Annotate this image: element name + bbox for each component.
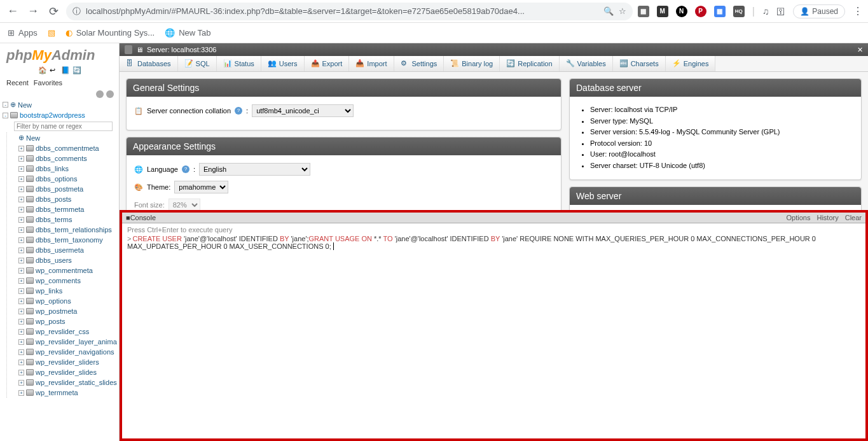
table-node[interactable]: +wp_posts (18, 316, 119, 326)
table-node[interactable]: +wp_comments (18, 276, 119, 286)
key-icon[interactable]: ⚿ (776, 6, 785, 17)
table-node[interactable]: +dbbs_posts (18, 194, 119, 204)
tab-import[interactable]: 📥Import (349, 56, 394, 71)
table-node[interactable]: +wp_revslider_static_slides (18, 377, 119, 388)
expand-icon[interactable]: + (18, 248, 24, 253)
home-icon[interactable]: 🏠 (38, 66, 47, 75)
expand-icon[interactable]: + (18, 309, 24, 314)
menu-icon[interactable]: ⋮ (853, 5, 863, 17)
tab-settings[interactable]: ⚙Settings (394, 56, 444, 71)
table-node[interactable]: +dbbs_term_relationships (18, 225, 119, 235)
tab-databases[interactable]: 🗄Databases (120, 56, 178, 71)
bookmark-item[interactable]: ▧ (48, 28, 55, 38)
table-node[interactable]: +dbbs_termmeta (18, 204, 119, 214)
table-node[interactable]: +wp_revslider_css (18, 326, 119, 337)
help-icon[interactable]: ? (182, 165, 189, 173)
tab-users[interactable]: 👥Users (261, 56, 305, 71)
tab-binary-log[interactable]: 📜Binary log (444, 56, 500, 71)
ext-icon-1[interactable]: ▦ (638, 6, 649, 17)
table-node[interactable]: +wp_termmeta (18, 388, 119, 398)
logout-icon[interactable]: ↩ (50, 66, 59, 75)
expand-icon[interactable]: + (18, 298, 24, 304)
expand-icon[interactable]: + (18, 176, 24, 182)
console-clear-link[interactable]: Clear (845, 214, 862, 221)
newtab-bookmark[interactable]: 🌐New Tab (165, 28, 210, 38)
expand-icon[interactable]: + (18, 390, 24, 396)
expand-icon[interactable]: + (18, 278, 24, 284)
console-options-link[interactable]: Options (787, 214, 811, 221)
table-node[interactable]: +wp_revslider_navigations (18, 347, 119, 357)
minus-icon[interactable]: - (3, 113, 8, 118)
phpmyadmin-logo[interactable]: phpMyAdmin (0, 43, 119, 65)
expand-icon[interactable]: + (18, 360, 24, 365)
back-button[interactable]: ← (5, 4, 20, 19)
table-node[interactable]: +wp_revslider_slides (18, 367, 119, 377)
table-node[interactable]: +wp_revslider_sliders (18, 357, 119, 367)
tab-status[interactable]: 📊Status (217, 56, 261, 71)
table-node[interactable]: +wp_options (18, 296, 119, 306)
tab-replication[interactable]: 🔄Replication (500, 56, 559, 71)
collapse-sidebar-button[interactable] (125, 45, 132, 54)
tab-export[interactable]: 📤Export (305, 56, 350, 71)
console-history-link[interactable]: History (816, 214, 838, 221)
expand-icon[interactable]: + (18, 207, 24, 213)
table-node[interactable]: +dbbs_comments (18, 153, 119, 164)
database-node[interactable]: -bootstrap2wordpress (3, 110, 119, 120)
unlink-icon[interactable] (106, 90, 114, 98)
new-db-link[interactable]: -⊕New (3, 99, 119, 110)
expand-icon[interactable]: + (18, 166, 24, 172)
apps-bookmark[interactable]: ⊞Apps (8, 28, 38, 38)
forward-button[interactable]: → (25, 4, 41, 19)
tab-sql[interactable]: 📝SQL (178, 56, 217, 71)
table-node[interactable]: +dbbs_term_taxonomy (18, 235, 119, 245)
ext-icon-n[interactable]: N (676, 6, 687, 17)
solar-bookmark[interactable]: ◐Solar Mounting Sys... (65, 28, 155, 38)
tab-variables[interactable]: 🔧Variables (560, 56, 613, 71)
expand-icon[interactable]: + (18, 217, 24, 223)
expand-icon[interactable]: + (18, 380, 24, 386)
expand-icon[interactable]: + (18, 370, 24, 375)
docs-icon[interactable]: 📘 (61, 66, 70, 75)
expand-icon[interactable]: + (18, 258, 24, 263)
expand-icon[interactable]: + (18, 146, 24, 151)
sql-query[interactable]: >CREATE USER 'jane'@'localhost' IDENTIFI… (127, 235, 860, 250)
table-node[interactable]: +dbbs_commentmeta (18, 143, 119, 153)
profile-paused-button[interactable]: 👤 Paused (793, 4, 845, 18)
tab-engines[interactable]: ⚡Engines (666, 56, 716, 71)
ext-icon-m[interactable]: M (657, 6, 668, 17)
recent-tab[interactable]: Recent (6, 79, 29, 87)
music-icon[interactable]: ♫ (762, 6, 769, 17)
pinterest-icon[interactable]: P (695, 6, 706, 17)
expand-icon[interactable]: + (18, 156, 24, 162)
favorites-tab[interactable]: Favorites (34, 79, 62, 87)
expand-icon[interactable]: + (18, 329, 24, 335)
expand-icon[interactable]: + (18, 339, 24, 345)
table-node[interactable]: +wp_revslider_layer_anima (18, 337, 119, 347)
close-icon[interactable]: ✕ (857, 46, 863, 54)
help-icon[interactable]: ? (235, 107, 242, 115)
console-toggle-icon[interactable]: ■ (126, 214, 130, 221)
reload-nav-icon[interactable]: 🔄 (72, 66, 81, 75)
table-node[interactable]: +dbbs_users (18, 255, 119, 265)
tab-charsets[interactable]: 🔤Charsets (613, 56, 666, 71)
language-select[interactable]: English (199, 163, 310, 176)
expand-icon[interactable]: + (18, 197, 24, 202)
table-node[interactable]: +wp_links (18, 286, 119, 296)
expand-icon[interactable]: + (18, 268, 24, 274)
star-icon[interactable]: ☆ (619, 6, 626, 16)
expand-icon[interactable]: + (18, 288, 24, 294)
ext-icon-hq[interactable]: HQ (733, 6, 745, 17)
table-filter-input[interactable] (14, 122, 113, 131)
expand-icon[interactable]: + (18, 186, 24, 192)
expand-icon[interactable]: + (18, 319, 24, 325)
url-bar[interactable]: ⓘ localhost/phpMyAdmin/#PMAURL-36:index.… (66, 3, 633, 20)
expand-icon[interactable]: + (18, 349, 24, 355)
console-body[interactable]: Press Ctrl+Enter to execute query >CREAT… (122, 223, 865, 253)
search-icon[interactable]: 🔍 (603, 6, 614, 16)
table-node[interactable]: +wp_commentmeta (18, 265, 119, 276)
expand-icon[interactable]: + (18, 227, 24, 233)
table-node[interactable]: +dbbs_links (18, 164, 119, 174)
reload-button[interactable]: ⟳ (46, 4, 61, 19)
table-node[interactable]: +wp_postmeta (18, 306, 119, 316)
table-node[interactable]: +dbbs_terms (18, 214, 119, 225)
